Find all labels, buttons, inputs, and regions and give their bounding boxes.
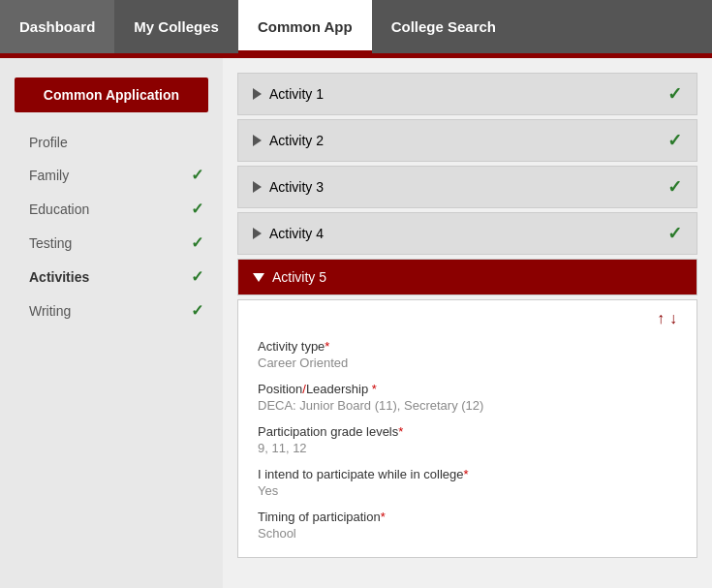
position-leadership-value: DECA: Junior Board (11), Secretary (12) [258, 398, 677, 413]
writing-check-icon: ✓ [191, 301, 203, 320]
tab-college-search[interactable]: College Search [372, 0, 515, 53]
intend-participate-value: Yes [258, 483, 677, 498]
timing-label-text: Timing of participation [258, 510, 381, 524]
activity-row-2[interactable]: Activity 2 ✓ [237, 119, 697, 162]
activity-type-label: Activity type* [258, 339, 677, 354]
sidebar-header: Common Application [15, 77, 208, 112]
sort-down-button[interactable]: ↓ [669, 310, 677, 327]
activity-1-label: Activity 1 [269, 86, 324, 102]
testing-check-icon: ✓ [191, 233, 203, 252]
tab-common-app[interactable]: Common App [238, 0, 372, 53]
activity-row-1[interactable]: Activity 1 ✓ [237, 73, 697, 115]
triangle-right-icon-2 [253, 135, 262, 146]
timing-value: School [258, 526, 677, 541]
position-required: * [372, 382, 377, 396]
tab-dashboard[interactable]: Dashboard [0, 0, 114, 53]
activity-4-label: Activity 4 [269, 226, 324, 241]
activity-type-required: * [325, 339, 329, 354]
position-leadership-label: Position/Leadership * [258, 382, 677, 396]
intend-participate-required: * [463, 467, 468, 481]
triangle-down-icon-5 [253, 273, 264, 282]
triangle-right-icon-4 [253, 228, 262, 239]
activity-2-label: Activity 2 [269, 133, 324, 148]
activity-row-4[interactable]: Activity 4 ✓ [237, 212, 697, 255]
sidebar-label-writing: Writing [29, 303, 71, 319]
sidebar-item-activities[interactable]: Activities ✓ [0, 260, 223, 294]
sidebar: Common Application Profile Family ✓ Educ… [0, 58, 223, 588]
activity-type-label-text: Activity type [258, 339, 325, 354]
activity-row-3[interactable]: Activity 3 ✓ [237, 166, 697, 208]
activities-check-icon: ✓ [191, 267, 203, 286]
sidebar-item-education[interactable]: Education ✓ [0, 192, 223, 226]
sidebar-item-testing[interactable]: Testing ✓ [0, 226, 223, 260]
participation-grade-value: 9, 11, 12 [258, 441, 677, 455]
sidebar-label-education: Education [29, 201, 89, 217]
sidebar-label-testing: Testing [29, 235, 72, 251]
sidebar-label-activities: Activities [29, 269, 89, 285]
activity-3-label: Activity 3 [269, 179, 324, 195]
sidebar-label-family: Family [29, 168, 69, 183]
intend-participate-label: I intend to participate while in college… [258, 467, 677, 481]
activity-4-check: ✓ [667, 223, 682, 244]
sidebar-item-family[interactable]: Family ✓ [0, 158, 223, 192]
activity-5-panel: ↑ ↓ Activity type* Career Oriented Posit… [237, 299, 697, 558]
activity-3-check: ✓ [667, 176, 682, 198]
participation-grade-label-text: Participation grade levels [258, 424, 398, 439]
sidebar-item-writing[interactable]: Writing ✓ [0, 294, 223, 327]
activity-row-5[interactable]: Activity 5 [237, 259, 697, 295]
top-nav: Dashboard My Colleges Common App College… [0, 0, 712, 53]
sidebar-item-profile[interactable]: Profile [0, 127, 223, 158]
activity-type-value: Career Oriented [258, 356, 677, 370]
family-check-icon: ✓ [191, 166, 203, 184]
participation-grade-label: Participation grade levels* [258, 424, 677, 439]
leadership-text: Leadership [306, 382, 368, 396]
intend-participate-label-text: I intend to participate while in college [258, 467, 463, 481]
position-text: Position [258, 382, 302, 396]
sort-up-button[interactable]: ↑ [657, 310, 665, 327]
timing-label: Timing of participation* [258, 510, 677, 524]
triangle-right-icon-1 [253, 88, 262, 100]
tab-my-colleges[interactable]: My Colleges [114, 0, 238, 53]
timing-required: * [381, 510, 386, 524]
content-area: Activity 1 ✓ Activity 2 ✓ Activity 3 ✓ A… [223, 58, 712, 588]
main-content: Common Application Profile Family ✓ Educ… [0, 58, 712, 588]
sort-arrows: ↑ ↓ [258, 310, 677, 327]
education-check-icon: ✓ [191, 200, 203, 218]
activity-2-check: ✓ [667, 130, 682, 151]
activity-5-label: Activity 5 [272, 269, 326, 285]
sidebar-label-profile: Profile [29, 135, 68, 150]
participation-grade-required: * [398, 424, 403, 439]
activity-1-check: ✓ [667, 83, 682, 105]
triangle-right-icon-3 [253, 181, 262, 193]
